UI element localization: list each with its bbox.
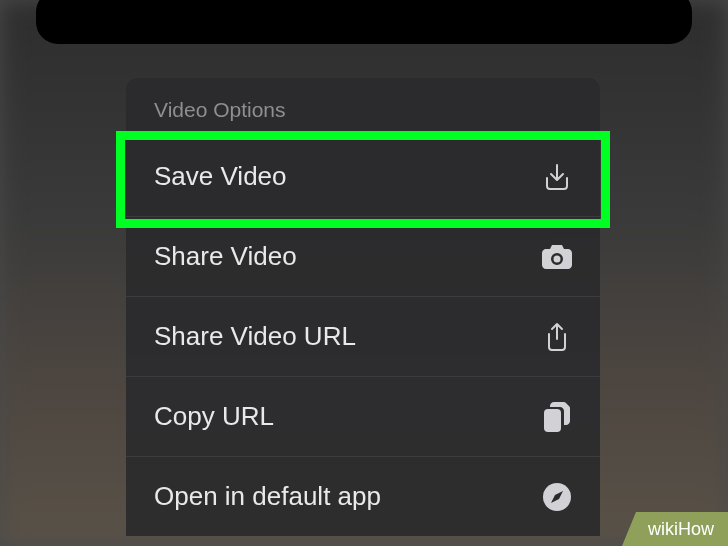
sheet-title: Video Options — [126, 78, 600, 136]
download-icon — [542, 162, 572, 192]
menu-item-label: Copy URL — [154, 401, 274, 432]
menu-item-label: Save Video — [154, 161, 287, 192]
menu-item-share-video[interactable]: Share Video — [126, 216, 600, 296]
menu-item-save-video[interactable]: Save Video — [126, 136, 600, 216]
menu-item-label: Open in default app — [154, 481, 381, 512]
menu-item-copy-url[interactable]: Copy URL — [126, 376, 600, 456]
menu-item-share-video-url[interactable]: Share Video URL — [126, 296, 600, 376]
camera-icon — [542, 242, 572, 272]
share-icon — [542, 322, 572, 352]
menu-item-label: Share Video URL — [154, 321, 356, 352]
menu-item-open-default-app[interactable]: Open in default app — [126, 456, 600, 536]
menu-item-label: Share Video — [154, 241, 297, 272]
compass-icon — [542, 482, 572, 512]
video-preview-frame — [36, 0, 692, 44]
watermark: wikiHow — [622, 512, 728, 546]
video-options-sheet: Video Options Save Video Share Video Sha… — [126, 78, 600, 536]
copy-icon — [542, 402, 572, 432]
svg-point-2 — [555, 495, 559, 499]
svg-rect-0 — [544, 409, 561, 432]
